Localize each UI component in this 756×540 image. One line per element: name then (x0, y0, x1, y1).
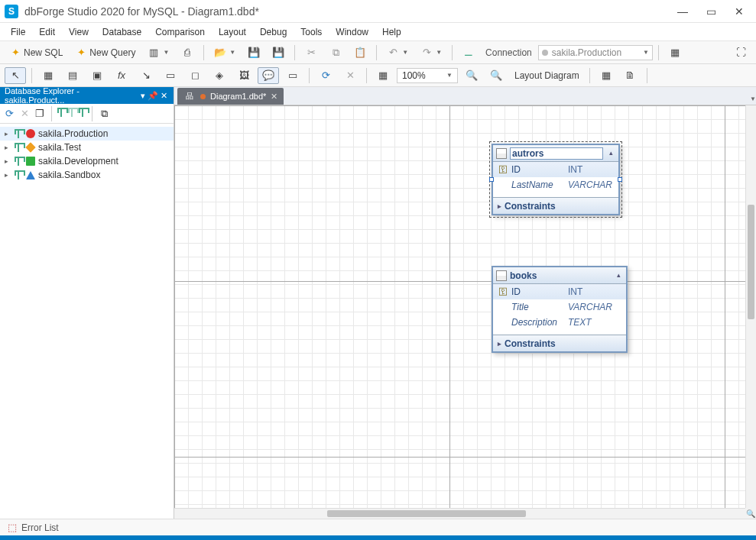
tb-save-button[interactable]: 💾 (243, 44, 264, 61)
tb-connection-icon[interactable]: ⚊ (458, 44, 479, 61)
panel-refresh-button[interactable]: ⟳ (3, 108, 15, 120)
delete-icon: ✕ (344, 70, 356, 82)
menu-comparison[interactable]: Comparison (149, 24, 211, 40)
tb-print-button[interactable]: ⎙ (177, 44, 198, 61)
entity-header[interactable]: books ▴ (493, 267, 626, 284)
relation-tool[interactable]: ↘ (135, 67, 157, 84)
region-tool[interactable]: ▭ (282, 67, 303, 84)
scroll-thumb[interactable] (327, 510, 526, 517)
pin-icon[interactable]: 📌 (148, 91, 158, 101)
stamp-tool[interactable]: ◈ (209, 67, 230, 84)
menu-layout[interactable]: Layout (213, 24, 252, 40)
panel-conn1-button[interactable] (57, 108, 65, 119)
grid-button[interactable]: ▦ (372, 67, 394, 84)
panel-delete-button[interactable]: ✕ (18, 108, 31, 120)
canvas-search-icon[interactable]: 🔍 (745, 508, 756, 519)
minimize-button[interactable]: — (677, 5, 688, 18)
constraints-section[interactable]: ▸ Constraints (493, 335, 626, 351)
horizontal-scrollbar[interactable] (174, 508, 745, 519)
column-name: Title (511, 302, 565, 312)
panel-header[interactable]: Database Explorer - sakila.Product... ▾ … (0, 87, 174, 104)
tb-schema-button[interactable]: ▦ (664, 44, 686, 61)
tab-close-icon[interactable]: ✕ (271, 92, 277, 102)
export-button[interactable]: ▦ (595, 67, 617, 84)
diagram-canvas[interactable]: autrors ▴ ⚿ ID INT LastName VARCHAR ▸ Co… (174, 105, 745, 508)
column-row[interactable]: LastName VARCHAR (493, 177, 618, 192)
note-tool[interactable]: 💬 (258, 67, 279, 84)
tb-cut-button[interactable]: ✂ (300, 44, 322, 61)
expand-icon[interactable]: ▸ (5, 144, 11, 151)
proc-tool[interactable]: ▣ (86, 67, 108, 84)
selection-handle[interactable] (618, 177, 622, 182)
panel-conn2-button[interactable] (68, 108, 76, 119)
view-tool[interactable]: ▤ (62, 67, 83, 84)
refresh-diagram-button[interactable]: ⟳ (315, 67, 336, 84)
tb-redo-button[interactable]: ↷▼ (416, 44, 446, 61)
maximize-button[interactable]: ▭ (706, 5, 716, 18)
menu-database[interactable]: Database (96, 24, 148, 40)
tab-overflow-button[interactable]: ▼ (749, 92, 756, 103)
connection-combo[interactable]: sakila.Production ▼ (538, 45, 653, 60)
delete-button[interactable]: ✕ (339, 67, 361, 84)
tb-undo-button[interactable]: ↶▼ (382, 44, 413, 61)
collapse-icon[interactable]: ▴ (614, 271, 623, 280)
tree-item-sakila-Production[interactable]: ▸ sakila.Production (0, 127, 174, 141)
menu-file[interactable]: File (5, 24, 31, 40)
panel-windows-button[interactable]: ❐ (34, 108, 46, 120)
entity-name[interactable]: books (510, 270, 611, 281)
image-tool[interactable]: 🖼 (233, 67, 255, 84)
tree-item-sakila-Test[interactable]: ▸ sakila.Test (0, 141, 174, 154)
func-tool[interactable]: fx (111, 67, 132, 84)
column-row[interactable]: ⚿ ID INT (493, 162, 618, 177)
column-row[interactable]: ⚿ ID INT (493, 284, 626, 299)
menu-help[interactable]: Help (376, 24, 407, 40)
container-tool[interactable]: ▭ (160, 67, 181, 84)
zoom-combo[interactable]: 100% ▼ (397, 68, 458, 83)
menu-view[interactable]: View (63, 24, 95, 40)
layout-diagram-button[interactable]: Layout Diagram (510, 68, 584, 83)
tb-open-dropdown[interactable]: 📂▼ (209, 44, 240, 61)
pointer-tool[interactable]: ↖ (5, 67, 26, 84)
entity-autrors[interactable]: autrors ▴ ⚿ ID INT LastName VARCHAR ▸ Co… (492, 144, 620, 215)
column-row[interactable]: Title VARCHAR (493, 299, 626, 315)
selection-handle[interactable] (489, 177, 494, 182)
expand-icon[interactable]: ▸ (5, 157, 11, 165)
expand-icon[interactable]: ▸ (498, 340, 501, 348)
entity-name[interactable]: autrors (510, 147, 603, 160)
panel-close-icon[interactable]: ✕ (158, 91, 169, 101)
entity-books[interactable]: books ▴ ⚿ ID INT Title VARCHAR Descripti… (492, 266, 628, 353)
menu-tools[interactable]: Tools (294, 24, 328, 40)
menu-edit[interactable]: Edit (33, 24, 61, 40)
expand-icon[interactable]: ▸ (5, 171, 11, 179)
expand-icon[interactable]: ▸ (498, 202, 501, 210)
tree-item-sakila-Development[interactable]: ▸ sakila.Development (0, 154, 174, 168)
table-tool[interactable]: ▦ (37, 67, 59, 84)
window-position-icon[interactable]: ▾ (138, 91, 148, 101)
menu-debug[interactable]: Debug (254, 24, 293, 40)
tb-save-all-button[interactable]: 💾 (268, 44, 289, 61)
menu-window[interactable]: Window (329, 24, 375, 40)
tb-paste-button[interactable]: 📋 (349, 44, 371, 61)
tb-fullscreen-button[interactable]: ⛶ (730, 44, 751, 61)
new-sql-button[interactable]: ✦ New SQL (5, 44, 67, 61)
tb-copy-button[interactable]: ⧉ (325, 44, 346, 61)
new-query-button[interactable]: ✦ New Query (70, 44, 140, 61)
tree-item-sakila-Sandbox[interactable]: ▸ sakila.Sandbox (0, 168, 174, 182)
error-list-panel[interactable]: ⬚ Error List (0, 519, 756, 535)
vertical-scrollbar[interactable] (745, 105, 756, 508)
entity-header[interactable]: autrors ▴ (493, 145, 618, 162)
zoom-in-button[interactable]: 🔍 (461, 67, 482, 84)
tb-doc-dropdown[interactable]: ▥▼ (143, 44, 174, 61)
constraints-section[interactable]: ▸ Constraints (493, 197, 618, 214)
panel-copy-button[interactable]: ⧉ (98, 108, 110, 120)
page-button[interactable]: 🗎 (620, 67, 641, 84)
panel-conn3-button[interactable] (79, 108, 86, 119)
scroll-thumb[interactable] (748, 205, 754, 319)
document-tab[interactable]: 品 Diagram1.dbd* ✕ (177, 88, 284, 105)
expand-icon[interactable]: ▸ (5, 130, 11, 137)
collapse-icon[interactable]: ▴ (606, 149, 615, 158)
column-row[interactable]: Description TEXT (493, 315, 626, 330)
shape1-tool[interactable]: ◻ (184, 67, 206, 84)
zoom-out-button[interactable]: 🔍 (485, 67, 507, 84)
close-button[interactable]: ✕ (735, 5, 744, 18)
